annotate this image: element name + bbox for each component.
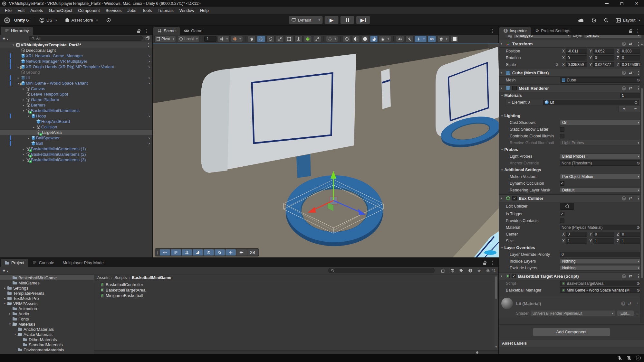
add-material-button[interactable]: +: [619, 106, 630, 112]
overlay-move-button[interactable]: [160, 249, 170, 255]
expand-arrow[interactable]: [16, 82, 21, 85]
scale-y-field[interactable]: 0.024377: [593, 62, 615, 67]
expand-arrow[interactable]: [21, 104, 26, 107]
hierarchy-row[interactable]: + Ground › ⋮: [0, 70, 152, 75]
object-picker-icon[interactable]: ⊙: [637, 225, 640, 230]
menu-item[interactable]: Services: [103, 7, 125, 14]
component-enabled-checkbox[interactable]: [512, 86, 517, 90]
move-tool-button[interactable]: [257, 36, 265, 42]
prefab-chevron[interactable]: ›: [149, 64, 150, 69]
size-x-field[interactable]: 1: [566, 238, 587, 244]
component-enabled-checkbox[interactable]: ✓: [512, 274, 516, 278]
breadcrumb-mid[interactable]: Scripts: [114, 275, 127, 280]
materials-foldout[interactable]: ▾Materials 1: [499, 92, 644, 99]
hierarchy-row[interactable]: + XR Origin Hands (XR Rig) MP Template V…: [0, 64, 152, 70]
overlay-search-button[interactable]: [215, 249, 225, 255]
expand-arrow[interactable]: [32, 125, 36, 129]
file-row[interactable]: MinigameBasketball: [94, 293, 498, 298]
expand-arrow[interactable]: [8, 322, 12, 326]
presets-icon[interactable]: ⇄: [629, 86, 632, 90]
folder-row[interactable]: TemplatePresets: [0, 291, 94, 296]
custom-tool-button[interactable]: [304, 36, 312, 42]
hierarchy-search-input[interactable]: All: [29, 36, 143, 41]
drag-handle-icon[interactable]: ≡: [508, 100, 510, 104]
file-row[interactable]: BasketballTargetArea: [94, 287, 498, 293]
motion-vectors-dropdown[interactable]: Per Object Motion▾: [560, 174, 641, 179]
expand-arrow[interactable]: [21, 158, 26, 162]
overlay-pan-button[interactable]: [226, 249, 236, 255]
center-y-field[interactable]: 0: [593, 232, 615, 237]
lighting-toggle[interactable]: [361, 36, 369, 42]
position-z-field[interactable]: 0.303: [620, 49, 641, 54]
folder-row[interactable]: AvatarMaterials: [0, 332, 94, 337]
lock-icon[interactable]: [483, 263, 486, 265]
physics-material-field[interactable]: None (Physics Material)⊙: [560, 225, 641, 230]
folder-row[interactable]: BasketballMiniGame: [0, 275, 94, 280]
help-icon[interactable]: ?: [622, 274, 626, 278]
position-y-field[interactable]: 0.052: [593, 49, 615, 54]
expand-arrow[interactable]: [11, 43, 15, 47]
shader-edit-button[interactable]: Edit...: [617, 311, 634, 316]
cloud-services-icon[interactable]: [578, 18, 584, 23]
constrain-proportions-icon[interactable]: ⊘: [555, 62, 560, 67]
expand-arrow[interactable]: [21, 147, 26, 151]
collab-target-button[interactable]: [106, 18, 111, 23]
provides-contacts-checkbox[interactable]: [560, 218, 564, 223]
asset-bundle-icon[interactable]: [450, 268, 455, 273]
scene-viewport[interactable]: || XB: [153, 43, 499, 257]
create-object-button[interactable]: +▾: [3, 36, 8, 41]
script-component-header[interactable]: ▾ ✓ Basketball Target Area (Script) ?⇄⋮: [499, 272, 644, 280]
panel-menu-icon[interactable]: ⋮: [143, 28, 150, 33]
scene-visibility-toggle[interactable]: [428, 36, 436, 42]
account-dropdown[interactable]: DS▾: [39, 18, 57, 23]
lock-icon[interactable]: [137, 31, 140, 33]
hierarchy-row[interactable]: + TargetArea › ⋮: [0, 130, 152, 135]
hierarchy-row[interactable]: + Game Platform › ⋮: [0, 97, 152, 102]
folder-row[interactable]: Audio: [0, 311, 94, 316]
expand-arrow[interactable]: [21, 98, 26, 101]
size-z-field[interactable]: 1: [620, 238, 641, 244]
play-button[interactable]: ▶: [324, 16, 339, 24]
rendering-layer-mask-dropdown[interactable]: Default▾: [560, 187, 641, 193]
hierarchy-row[interactable]: + Mini Game - World Space Variant › ⋮: [0, 80, 152, 86]
panel-menu-icon[interactable]: ⋮: [489, 260, 496, 265]
contribute-gi-checkbox[interactable]: [560, 134, 564, 138]
undo-history-icon[interactable]: [591, 18, 596, 23]
folder-row[interactable]: TextMesh Pro: [0, 296, 94, 301]
grid-size-field[interactable]: 1: [204, 36, 216, 42]
tab-inspector[interactable]: i Inspector: [499, 27, 531, 35]
help-icon[interactable]: ?: [622, 196, 626, 200]
exclude-layers-dropdown[interactable]: Nothing▾: [560, 265, 641, 271]
editor-tool-button[interactable]: [313, 36, 321, 42]
folder-row[interactable]: EnvironmentMaterials: [0, 347, 94, 351]
debugger-detached-icon[interactable]: [617, 356, 622, 360]
basketball-manager-field[interactable]: Mini Game - World Space Variant (M ⊙: [560, 287, 641, 293]
light-probes-dropdown[interactable]: Blend Probes▾: [560, 153, 641, 159]
hierarchy-row[interactable]: + Network Manager VR Mutliplayer › ⋮: [0, 59, 152, 64]
folder-row[interactable]: StandardMaterials: [0, 342, 94, 347]
status-ok-icon[interactable]: ✓: [636, 356, 641, 360]
expand-arrow[interactable]: [3, 302, 7, 305]
folder-row[interactable]: Animation: [0, 306, 94, 311]
hierarchy-row[interactable]: + BasketballMiniGameItems (3) › ⋮: [0, 157, 152, 162]
hierarchy-row[interactable]: + BallSpawner › ⋮: [0, 135, 152, 141]
position-x-field[interactable]: -0.011: [566, 49, 587, 54]
rect-tool-button[interactable]: [285, 36, 293, 42]
layer-overrides-foldout[interactable]: ▾Layer Overrides: [499, 244, 644, 251]
label-filter-icon[interactable]: [459, 268, 464, 273]
help-icon[interactable]: ?: [622, 86, 626, 90]
hierarchy-row[interactable]: + Ball › ⋮: [0, 141, 152, 146]
include-layers-dropdown[interactable]: Nothing▾: [560, 258, 641, 264]
overlay-moon-button[interactable]: [193, 249, 203, 255]
static-shadow-caster-checkbox[interactable]: [560, 127, 564, 132]
materials-count-field[interactable]: 1: [620, 93, 641, 98]
folder-row[interactable]: Fonts: [0, 316, 94, 321]
panel-menu-icon[interactable]: ⋮: [489, 28, 496, 33]
favorite-star-icon[interactable]: ★: [477, 268, 481, 273]
overlay-camera-button[interactable]: [236, 249, 247, 255]
panel-menu-icon[interactable]: ⋮: [634, 28, 641, 33]
box-collider-header[interactable]: ▾ ✓ Box Collider ?⇄⋮: [499, 194, 644, 202]
hierarchy-row[interactable]: + BasketballMiniGameItems (1) › ⋮: [0, 146, 152, 152]
step-button[interactable]: ▶: [356, 16, 370, 24]
open-new-window-icon[interactable]: [145, 36, 150, 41]
